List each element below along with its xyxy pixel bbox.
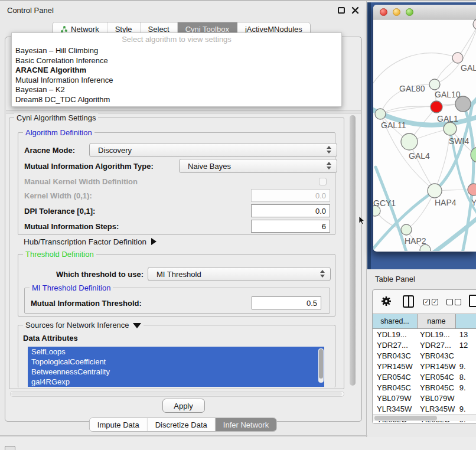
kernel-width-field[interactable]: 0.0 bbox=[251, 189, 330, 202]
algorithm-option[interactable]: Mutual Information Inference bbox=[12, 76, 341, 86]
cell: YBR043C bbox=[373, 351, 418, 360]
table-row[interactable]: YBR045CYBR045C9. bbox=[373, 382, 476, 393]
columns-icon[interactable] bbox=[403, 295, 414, 308]
mouse-cursor bbox=[358, 216, 365, 227]
table-row[interactable]: YBL079WYBL079W bbox=[373, 393, 476, 403]
settings-vertical-scrollbar[interactable] bbox=[349, 114, 357, 427]
node-hap2[interactable] bbox=[401, 224, 412, 235]
manual-kernel-checkbox[interactable] bbox=[319, 178, 327, 185]
table-row[interactable]: YPR145WYPR145W9. bbox=[373, 361, 476, 371]
algorithm-option[interactable]: Basic Correlation Inference bbox=[12, 56, 341, 66]
gear-icon[interactable] bbox=[381, 296, 392, 309]
select-value: Naive Bayes bbox=[188, 162, 231, 171]
expand-right-icon bbox=[151, 238, 157, 245]
sources-group-title[interactable]: Sources for Network Inference bbox=[23, 321, 144, 330]
dpi-tolerance-field[interactable]: 0.0 bbox=[251, 204, 330, 217]
minimize-traffic-light-icon[interactable] bbox=[393, 8, 400, 16]
cell: YDR27... bbox=[418, 341, 456, 350]
scrollbar-thumb[interactable] bbox=[11, 392, 342, 396]
network-canvas[interactable]: GAL80 GAL10 GAL1 GAL11 SWI4 GAL4 GCY1 HA… bbox=[373, 19, 476, 251]
node-label: GAL1 bbox=[437, 114, 458, 123]
scrollbar-thumb[interactable] bbox=[319, 349, 323, 379]
tab-impute-data[interactable]: Impute Data bbox=[90, 418, 148, 431]
deselect-all-checkbox-icon[interactable] bbox=[455, 299, 461, 305]
select-all-checkbox-icon[interactable] bbox=[423, 299, 430, 305]
sources-title-label: Sources for Network Inference bbox=[25, 321, 129, 330]
cyni-toolbox-panel: Select algorithm to view settings Bayesi… bbox=[5, 37, 362, 422]
minimized-panel-icon[interactable] bbox=[5, 446, 15, 450]
node-swi4[interactable] bbox=[444, 122, 457, 135]
attribute-item-selected[interactable]: gal4RGexp bbox=[28, 377, 324, 387]
cell: YBL079W bbox=[373, 394, 418, 403]
algorithm-option[interactable]: Bayesian – Hill Climbing bbox=[12, 46, 341, 56]
group-title: Cyni Algorithm Settings bbox=[14, 113, 98, 122]
table-row[interactable]: YBR043CYBR043C bbox=[373, 350, 476, 361]
node-label: GAL11 bbox=[381, 120, 406, 130]
export-table-icon[interactable] bbox=[469, 295, 476, 307]
cell: YDL19... bbox=[418, 330, 456, 339]
cell: 12 bbox=[456, 341, 476, 350]
table-toolbar bbox=[373, 290, 476, 314]
select-all-checkbox-icon[interactable] bbox=[432, 299, 438, 305]
cell: YPR145W bbox=[418, 362, 456, 371]
table-row[interactable]: YLR345WYLR345W9. bbox=[373, 403, 476, 414]
attribute-item-selected[interactable]: SelfLoops bbox=[28, 347, 324, 357]
scrollbar-thumb[interactable] bbox=[350, 115, 356, 386]
data-attributes-list[interactable]: SelfLoops TopologicalCoefficient Between… bbox=[28, 347, 324, 387]
group-title: Threshold Definition bbox=[23, 250, 96, 259]
node-gal80[interactable] bbox=[429, 79, 440, 90]
which-threshold-label: Which threshold to use: bbox=[56, 270, 144, 279]
node[interactable] bbox=[468, 184, 476, 195]
attributes-scrollbar[interactable] bbox=[318, 348, 324, 383]
data-attributes-label: Data Attributes bbox=[23, 334, 78, 343]
settings-horizontal-scrollbar[interactable] bbox=[10, 391, 344, 397]
field-value: 0.0 bbox=[315, 207, 326, 216]
manual-kernel-label: Manual Kernel Width Definition bbox=[24, 177, 138, 186]
mi-threshold-field[interactable]: 0.5 bbox=[252, 296, 321, 309]
aracne-mode-select[interactable]: Discovery bbox=[89, 143, 337, 157]
cyni-bottom-tabbar: Impute Data Discretize Data Infer Networ… bbox=[89, 418, 277, 432]
algorithm-option[interactable]: Bayesian – K2 bbox=[12, 85, 341, 95]
tab-infer-network[interactable]: Infer Network bbox=[216, 418, 276, 431]
table-row[interactable]: YDR27...YDR27...12 bbox=[373, 340, 476, 350]
mi-algorithm-type-select[interactable]: Naive Bayes bbox=[179, 159, 337, 173]
node[interactable] bbox=[471, 147, 476, 162]
scrollbar-thumb[interactable] bbox=[374, 416, 437, 420]
zoom-traffic-light-icon[interactable] bbox=[406, 8, 413, 16]
tab-discretize-data[interactable]: Discretize Data bbox=[148, 418, 216, 431]
table-row[interactable]: YER054CYER054C8. bbox=[373, 371, 476, 382]
node-gal1-selected[interactable] bbox=[431, 101, 442, 113]
node-hap4[interactable] bbox=[428, 184, 442, 198]
node-labels: GAL80 GAL10 GAL1 GAL11 SWI4 GAL4 GCY1 HA… bbox=[373, 63, 476, 246]
cell: 9. bbox=[456, 405, 476, 413]
cell: YLR345W bbox=[418, 405, 456, 413]
column-header-name[interactable]: name bbox=[418, 314, 456, 328]
table-horizontal-scrollbar[interactable] bbox=[373, 414, 476, 421]
column-header-shared-name[interactable]: shared... bbox=[373, 314, 418, 328]
node-gal11[interactable] bbox=[375, 109, 386, 119]
hub-definition-toggle[interactable]: Hub/Transcription Factor Definition bbox=[24, 236, 157, 247]
node[interactable] bbox=[473, 19, 476, 30]
cyni-algorithm-settings-group: Cyni Algorithm Settings Algorithm Defini… bbox=[9, 118, 344, 389]
float-window-icon[interactable] bbox=[338, 7, 345, 14]
node-gal4[interactable] bbox=[401, 133, 418, 150]
apply-button[interactable]: Apply bbox=[162, 399, 205, 413]
network-window-titlebar[interactable] bbox=[373, 5, 476, 19]
field-value: 6 bbox=[322, 222, 326, 231]
close-traffic-light-icon[interactable] bbox=[380, 8, 387, 16]
mi-steps-field[interactable]: 6 bbox=[251, 220, 330, 233]
attribute-item-selected[interactable]: TopologicalCoefficient bbox=[28, 357, 324, 367]
algorithm-option[interactable]: Dream8 DC_TDC Algorithm bbox=[12, 95, 341, 105]
table-row[interactable]: YDL19...YDL19...13 bbox=[373, 329, 476, 340]
deselect-all-checkbox-icon[interactable] bbox=[446, 299, 453, 305]
tab-label: Infer Network bbox=[223, 420, 269, 429]
dpi-tolerance-label: DPI Tolerance [0,1]: bbox=[24, 207, 95, 216]
mi-threshold-label: Mutual Information Threshold: bbox=[31, 299, 142, 308]
network-nodes[interactable] bbox=[373, 19, 476, 251]
algorithm-option-selected[interactable]: ARACNE Algorithm bbox=[12, 66, 341, 76]
attribute-item-selected[interactable]: BetweennessCentrality bbox=[28, 367, 324, 377]
node[interactable] bbox=[452, 53, 463, 63]
which-threshold-select[interactable]: MI Threshold bbox=[148, 267, 331, 281]
close-icon[interactable] bbox=[351, 6, 359, 14]
column-header[interactable] bbox=[456, 314, 476, 328]
